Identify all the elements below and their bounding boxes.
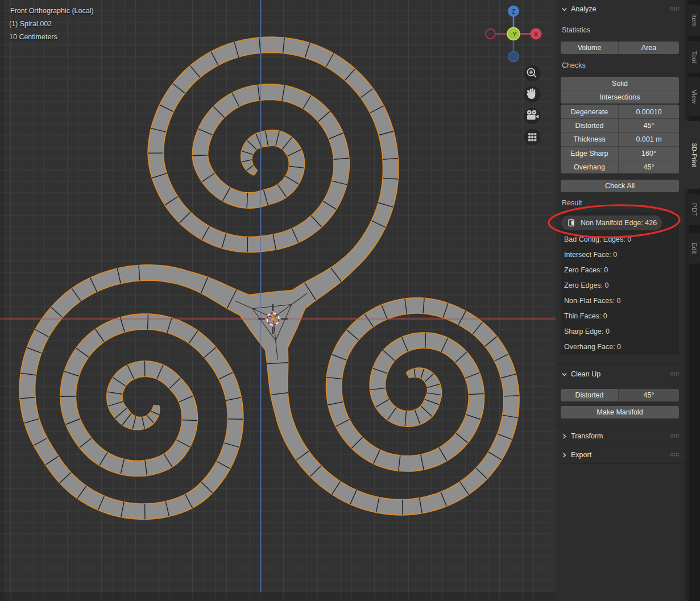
svg-text:View: View	[691, 90, 698, 104]
svg-text:Front Orthographic (Local): Front Orthographic (Local)	[10, 7, 94, 15]
svg-text:-Y: -Y	[511, 31, 517, 38]
svg-text:(1) Spiral.002: (1) Spiral.002	[9, 20, 52, 28]
svg-text:3D-Print: 3D-Print	[691, 143, 698, 167]
svg-text:Tool: Tool	[691, 51, 698, 63]
svg-text:Z: Z	[512, 8, 516, 15]
svg-text:X: X	[534, 31, 539, 38]
svg-text:Item: Item	[691, 14, 698, 27]
svg-text:10 Centimeters: 10 Centimeters	[9, 33, 57, 41]
